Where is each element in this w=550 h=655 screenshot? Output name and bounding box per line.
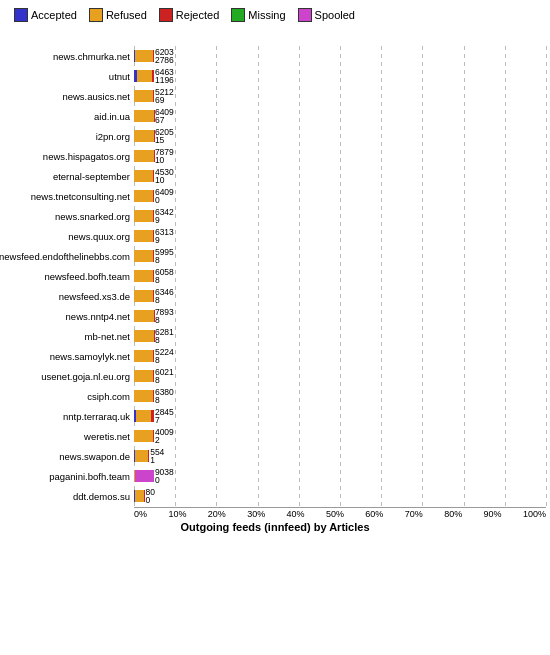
y-label-11: newsfeed.bofh.team [4,266,134,286]
y-labels: news.chmurka.netutnutnews.ausics.netaid.… [4,46,134,506]
bar-label-secondary-15: 8 [155,356,174,365]
x-tick-40%: 40% [287,509,305,519]
bar-value-label-17: 63808 [155,388,174,405]
bar-segment-refused-1 [137,70,151,82]
bar-value-label-3: 640967 [155,108,174,125]
legend-color-accepted [14,8,28,22]
bar-segment-refused-4 [134,130,153,142]
bar-label-secondary-18: 7 [155,416,174,425]
bar-segments-9: 63139 [134,226,154,246]
bar-segments-19: 40092 [134,426,154,446]
bar-value-label-22: 800 [145,488,154,505]
bar-segments-20: 5541 [134,446,149,466]
y-label-17: csiph.com [4,386,134,406]
bar-segments-15: 52248 [134,346,154,366]
x-tick-60%: 60% [365,509,383,519]
bar-value-label-21: 90380 [155,468,174,485]
bar-segment-rejected-6 [153,170,154,182]
bar-row-9: 63139 [134,226,546,246]
bar-segment-refused-20 [135,450,148,462]
bar-segments-17: 63808 [134,386,154,406]
bar-row-20: 5541 [134,446,546,466]
bar-row-7: 64090 [134,186,546,206]
bar-value-label-19: 40092 [155,428,174,445]
bar-segment-rejected-1 [152,70,154,82]
bar-row-21: 90380 [134,466,546,486]
bar-label-secondary-4: 15 [155,136,174,145]
bar-segment-refused-5 [134,150,154,162]
bar-value-label-14: 62818 [155,328,174,345]
bar-segment-rejected-15 [153,350,154,362]
y-label-4: i2pn.org [4,126,134,146]
bar-value-label-20: 5541 [150,448,164,465]
legend-color-rejected [159,8,173,22]
y-label-12: newsfeed.xs3.de [4,286,134,306]
bar-segments-6: 453010 [134,166,154,186]
bar-segment-refused-6 [134,170,153,182]
bar-segments-8: 63429 [134,206,154,226]
bar-row-18: 28457 [134,406,546,426]
y-label-22: ddt.demos.su [4,486,134,506]
bar-segments-4: 620515 [134,126,154,146]
bar-segment-refused-9 [134,230,153,242]
bar-segments-16: 60218 [134,366,154,386]
y-label-16: usenet.goja.nl.eu.org [4,366,134,386]
bar-value-label-12: 63468 [155,288,174,305]
bar-row-3: 640967 [134,106,546,126]
bar-segment-rejected-17 [153,390,154,402]
legend-label-accepted: Accepted [31,9,77,21]
bar-label-secondary-5: 10 [155,156,174,165]
bar-row-0: 62032786 [134,46,546,66]
y-label-2: news.ausics.net [4,86,134,106]
bar-label-secondary-10: 8 [155,256,174,265]
bar-segments-5: 787910 [134,146,154,166]
bar-label-secondary-19: 2 [155,436,174,445]
bar-segment-rejected-7 [153,190,154,202]
bar-label-secondary-8: 9 [155,216,174,225]
x-tick-80%: 80% [444,509,462,519]
bar-segment-rejected-18 [151,410,154,422]
bar-label-secondary-2: 69 [155,96,174,105]
bar-label-secondary-3: 67 [155,116,174,125]
bar-value-label-6: 453010 [155,168,174,185]
y-label-1: utnut [4,66,134,86]
bar-segment-refused-19 [134,430,153,442]
bar-segments-2: 521269 [134,86,154,106]
bar-segment-rejected-9 [153,230,154,242]
legend-label-rejected: Rejected [176,9,219,21]
bar-label-secondary-16: 8 [155,376,174,385]
bar-segments-0: 62032786 [134,46,154,66]
bar-segment-refused-18 [136,410,151,422]
bar-segment-refused-0 [135,50,153,62]
bar-segment-refused-14 [134,330,153,342]
bar-segment-rejected-0 [153,50,154,62]
legend-label-missing: Missing [248,9,285,21]
legend-item-accepted: Accepted [14,8,77,22]
y-label-18: nntp.terraraq.uk [4,406,134,426]
bar-row-13: 78938 [134,306,546,326]
bars: 6203278664631196521269640967620515787910… [134,46,546,506]
bar-segments-13: 78938 [134,306,154,326]
legend: AcceptedRefusedRejectedMissingSpooled [14,8,546,22]
bar-segments-18: 28457 [134,406,154,426]
bar-row-15: 52248 [134,346,546,366]
bar-segments-21: 90380 [134,466,154,486]
legend-color-missing [231,8,245,22]
bar-segment-rejected-2 [153,90,154,102]
x-tick-30%: 30% [247,509,265,519]
bar-segment-refused-15 [134,350,153,362]
y-label-7: news.tnetconsulting.net [4,186,134,206]
y-label-20: news.swapon.de [4,446,134,466]
bar-row-22: 800 [134,486,546,506]
bar-segments-10: 59958 [134,246,154,266]
bar-label-secondary-14: 8 [155,336,174,345]
bar-value-label-9: 63139 [155,228,174,245]
bar-segments-14: 62818 [134,326,154,346]
x-axis-ticks: 0%10%20%30%40%50%60%70%80%90%100% [134,507,546,519]
y-label-13: news.nntp4.net [4,306,134,326]
bar-segments-3: 640967 [134,106,154,126]
bar-segment-rejected-8 [153,210,154,222]
y-label-15: news.samoylyk.net [4,346,134,366]
bar-row-10: 59958 [134,246,546,266]
legend-item-spooled: Spooled [298,8,355,22]
